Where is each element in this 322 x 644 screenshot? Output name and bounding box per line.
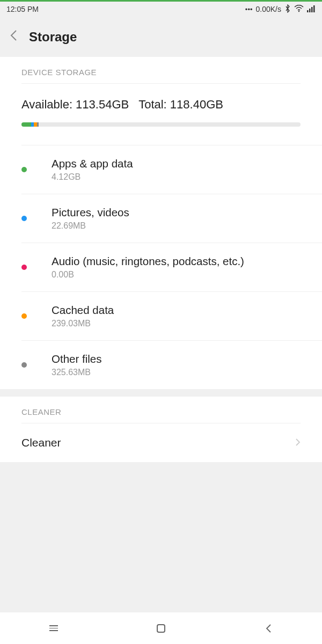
dot-icon: [21, 362, 27, 368]
category-size: 22.69MB: [52, 221, 301, 231]
storage-bar: [21, 122, 301, 127]
category-title: Other files: [52, 353, 301, 365]
signal-icon: [307, 5, 316, 14]
svg-point-0: [298, 10, 299, 11]
bar-segment-apps: [21, 122, 31, 127]
category-title: Audio (music, ringtones, podcasts, etc.): [52, 255, 301, 268]
status-right: ••• 0.00K/s: [245, 4, 316, 14]
total-label: Total: 118.40GB: [138, 98, 223, 111]
page-title: Storage: [29, 30, 77, 45]
cleaner-section: CLEANER Cleaner: [0, 397, 322, 462]
dot-icon: [21, 313, 27, 319]
recent-apps-button[interactable]: [32, 625, 75, 631]
back-icon[interactable]: [10, 30, 17, 45]
status-time: 12:05 PM: [6, 5, 39, 13]
category-title: Cached data: [52, 304, 301, 317]
category-size: 0.00B: [52, 270, 301, 280]
wifi-icon: [294, 5, 304, 14]
category-cached[interactable]: Cached data 239.03MB: [0, 292, 322, 340]
category-apps[interactable]: Apps & app data 4.12GB: [0, 145, 322, 194]
bluetooth-icon: [284, 4, 291, 14]
device-storage-label: DEVICE STORAGE: [0, 57, 322, 83]
dot-icon: [21, 265, 27, 270]
category-title: Pictures, videos: [52, 206, 301, 219]
cleaner-item[interactable]: Cleaner: [0, 423, 322, 462]
bar-segment-other: [37, 122, 39, 127]
svg-rect-3: [311, 7, 313, 12]
dot-icon: [21, 216, 27, 221]
category-size: 239.03MB: [52, 319, 301, 328]
more-icon: •••: [245, 5, 253, 13]
available-label: Available: 113.54GB: [21, 98, 129, 111]
nav-back-button[interactable]: [247, 623, 290, 634]
storage-summary: Available: 113.54GB Total: 118.40GB: [0, 84, 322, 134]
dot-icon: [21, 167, 27, 172]
chevron-right-icon: [295, 437, 301, 449]
cleaner-label: CLEANER: [0, 397, 322, 423]
category-title: Apps & app data: [52, 157, 301, 170]
category-pictures[interactable]: Pictures, videos 22.69MB: [0, 194, 322, 243]
device-storage-section: DEVICE STORAGE Available: 113.54GB Total…: [0, 57, 322, 389]
home-button[interactable]: [140, 624, 182, 633]
svg-rect-2: [309, 9, 311, 12]
category-audio[interactable]: Audio (music, ringtones, podcasts, etc.)…: [0, 243, 322, 291]
section-gap: [0, 389, 322, 397]
category-other[interactable]: Other files 325.63MB: [0, 341, 322, 389]
svg-rect-1: [307, 10, 309, 12]
empty-area: [0, 462, 322, 612]
cleaner-title: Cleaner: [21, 436, 61, 449]
storage-text: Available: 113.54GB Total: 118.40GB: [21, 98, 301, 112]
navigation-bar: [0, 612, 322, 644]
app-header: Storage: [0, 17, 322, 57]
category-size: 4.12GB: [52, 172, 301, 182]
data-rate: 0.00K/s: [256, 5, 281, 13]
status-bar: 12:05 PM ••• 0.00K/s: [0, 2, 322, 17]
svg-rect-4: [313, 5, 315, 12]
category-size: 325.63MB: [52, 368, 301, 377]
